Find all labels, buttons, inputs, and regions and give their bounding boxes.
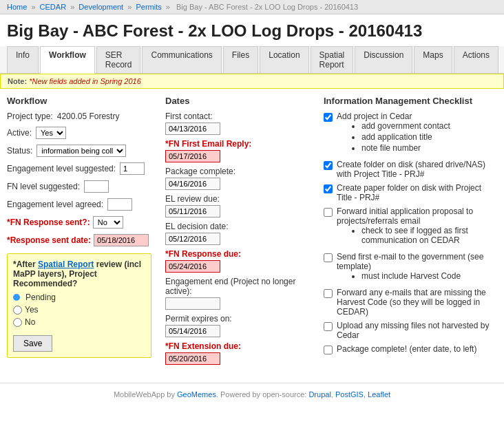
engagement-level-suggested-row: Engagement level suggested: <box>7 162 151 175</box>
checklist-checkbox-forward-emails[interactable] <box>324 289 333 298</box>
checklist-sub-item: must include Harvest Code <box>361 271 497 281</box>
date-permit-expires: Permit expires on: <box>165 314 310 337</box>
checklist-checkbox-create-folder[interactable] <box>324 161 333 170</box>
footer-drupal-link[interactable]: Drupal <box>308 390 330 399</box>
status-row: Status: information being collected acti… <box>7 145 151 157</box>
checklist-section-title: Information Management Checklist <box>324 96 497 106</box>
footer-leaflet-link[interactable]: Leaflet <box>368 390 390 399</box>
footer-postgis-link[interactable]: PostGIS <box>335 390 364 399</box>
checklist-sub-send-email: must include Harvest Code <box>352 271 497 281</box>
tab-actions[interactable]: Actions <box>454 46 498 73</box>
fn-level-suggested-label: FN level suggested: <box>7 182 80 191</box>
tab-info[interactable]: Info <box>7 46 39 73</box>
tab-workflow[interactable]: Workflow <box>40 46 95 74</box>
date-engagement-end-input[interactable] <box>165 297 220 310</box>
checklist-checkbox-upload-files[interactable] <box>324 322 333 331</box>
checklist-item-add-project: Add project in Cedar add government cont… <box>324 112 497 156</box>
tab-discussion[interactable]: Discussion <box>355 46 412 73</box>
checklist-item-send-email: Send first e-mail to the government (see… <box>324 252 497 284</box>
fn-level-suggested-row: FN level suggested: <box>7 180 151 193</box>
date-permit-expires-input[interactable] <box>165 325 220 337</box>
project-type-row: Project type: 4200.05 Forestry <box>7 112 151 121</box>
main-content: Workflow Project type: 4200.05 Forestry … <box>0 89 504 376</box>
breadcrumb-current: Big Bay - ABC Forest - 2x LOO Log Drops … <box>176 3 358 11</box>
tab-maps[interactable]: Maps <box>414 46 452 73</box>
checklist-item-create-folder: Create folder on disk (shared drive/NAS)… <box>324 160 497 179</box>
status-select[interactable]: information being collected active compl… <box>36 145 126 157</box>
checklist-label-send-email: Send first e-mail to the government (see… <box>337 252 497 271</box>
engagement-level-agreed-input[interactable] <box>107 198 132 211</box>
active-label: Active: <box>7 128 32 138</box>
date-fn-extension-due-input[interactable] <box>165 352 220 365</box>
engagement-level-suggested-input[interactable] <box>120 162 145 175</box>
tab-communications[interactable]: Communications <box>142 46 221 73</box>
breadcrumb-permits[interactable]: Permits <box>136 3 161 11</box>
status-label: Status: <box>7 146 32 156</box>
breadcrumb-development[interactable]: Development <box>78 3 123 11</box>
checklist-label-paper-folder: Create paper folder on disk with Project… <box>337 183 497 202</box>
checklist-checkbox-package-complete[interactable] <box>324 346 333 354</box>
radio-yes[interactable] <box>13 306 22 315</box>
tab-ser-record[interactable]: SER Record <box>96 46 141 73</box>
fn-response-sent-select[interactable]: No Yes <box>93 216 123 229</box>
response-sent-date-label: *Response sent date: <box>7 235 91 245</box>
dates-section-title: Dates <box>165 96 310 106</box>
checklist-checkbox-add-project[interactable] <box>324 113 333 122</box>
footer-text: MobileWebApp by GeoMemes. Powered by ope… <box>114 390 390 399</box>
date-first-contact-input[interactable] <box>165 123 220 135</box>
checklist-label-add-project: Add project in Cedar <box>337 112 450 121</box>
breadcrumb-cedar[interactable]: CEDAR <box>40 3 67 11</box>
save-button[interactable]: Save <box>13 335 52 352</box>
engagement-level-suggested-label: Engagement level suggested: <box>7 164 116 173</box>
checklist-checkbox-send-email[interactable] <box>324 253 333 262</box>
date-engagement-end: Engagement end (Project no longer active… <box>165 277 310 310</box>
date-fn-email-reply-label: *FN First Email Reply: <box>165 139 310 149</box>
tab-spatial-report[interactable]: Spatial Report <box>311 46 354 73</box>
recommendation-section: *After Spatial Report review (incl MaPP … <box>7 253 151 358</box>
date-el-review-due-input[interactable] <box>165 205 220 218</box>
fn-response-sent-label: *FN Response sent?: <box>7 218 90 227</box>
checklist-checkbox-paper-folder[interactable] <box>324 184 333 193</box>
footer: MobileWebApp by GeoMemes. Powered by ope… <box>0 383 504 405</box>
radio-no[interactable] <box>13 318 22 327</box>
breadcrumb-home[interactable]: Home <box>7 3 27 11</box>
page-title: Big Bay - ABC Forest - 2x LOO Log Drops … <box>0 14 504 46</box>
date-el-decision-input[interactable] <box>165 233 220 245</box>
date-package-complete-label: Package complete: <box>165 167 310 176</box>
workflow-section-title: Workflow <box>7 96 151 106</box>
tab-location[interactable]: Location <box>260 46 308 73</box>
active-select[interactable]: Yes No <box>36 127 66 139</box>
date-fn-email-reply: *FN First Email Reply: <box>165 139 310 162</box>
checklist-sub-forward-proposal: check to see if logged as first communic… <box>352 226 497 245</box>
date-fn-extension-due: *FN Extension due: <box>165 341 310 365</box>
checklist-column: Information Management Checklist Add pro… <box>324 96 497 369</box>
date-permit-expires-label: Permit expires on: <box>165 314 310 324</box>
response-sent-date-row: *Response sent date: <box>7 234 151 246</box>
date-package-complete: Package complete: <box>165 167 310 190</box>
spatial-report-link[interactable]: Spatial Report <box>38 259 94 269</box>
checklist-sub-item: note file number <box>361 143 450 153</box>
date-package-complete-input[interactable] <box>165 178 220 190</box>
checklist-label-package-complete: Package complete! (enter date, to left) <box>337 344 476 354</box>
workflow-column: Workflow Project type: 4200.05 Forestry … <box>7 96 151 369</box>
checklist-sub-add-project: add government contact add application t… <box>352 121 450 153</box>
fn-level-suggested-input[interactable] <box>84 180 109 193</box>
tab-files[interactable]: Files <box>223 46 258 73</box>
date-fn-email-reply-input[interactable] <box>165 150 220 162</box>
radio-yes-label: Yes <box>25 305 39 315</box>
radio-pending-row: Pending <box>13 293 145 302</box>
checklist-sub-item: add application title <box>361 132 450 142</box>
breadcrumb: Home » CEDAR » Development » Permits » B… <box>0 0 504 14</box>
checklist-label-create-folder: Create folder on disk (shared drive/NAS)… <box>337 160 497 179</box>
checklist-checkbox-forward-proposal[interactable] <box>324 208 333 217</box>
date-fn-response-due-input[interactable] <box>165 260 220 273</box>
fn-response-sent-row: *FN Response sent?: No Yes <box>7 216 151 229</box>
project-type-label: Project type: <box>7 112 53 121</box>
radio-no-label: No <box>25 317 35 327</box>
note-text: Note: *New fields added in Spring 2016 <box>8 77 141 85</box>
radio-yes-row: Yes <box>13 305 145 315</box>
footer-geomemes-link[interactable]: GeoMemes <box>177 390 216 399</box>
engagement-level-agreed-label: Engagement level agreed: <box>7 200 103 209</box>
date-fn-extension-due-label: *FN Extension due: <box>165 341 310 351</box>
response-sent-date-input[interactable] <box>94 234 149 246</box>
